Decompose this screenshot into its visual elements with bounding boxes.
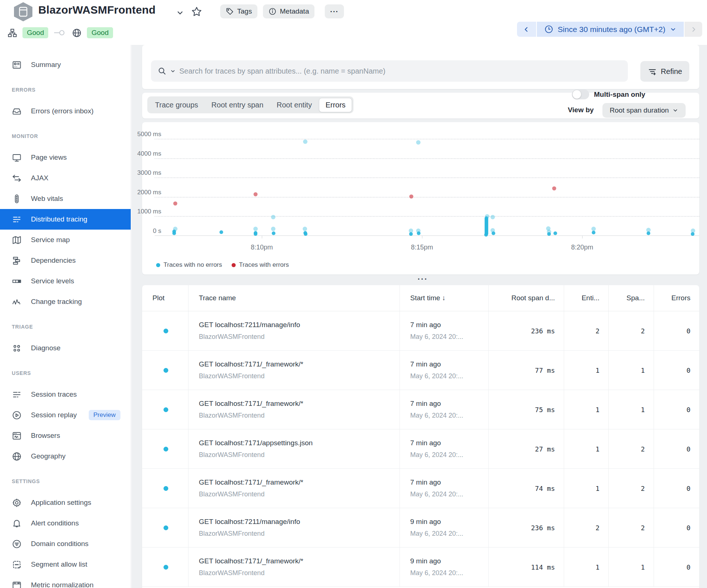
table-row[interactable]: GET localhost:7171/_framework/*BlazorWAS…: [142, 390, 699, 429]
sidebar-item-distributed-tracing[interactable]: Distributed tracing: [0, 209, 131, 230]
chart-point[interactable]: [417, 231, 421, 235]
column-header-trace-name[interactable]: Trace name: [188, 285, 400, 311]
time-prev-button[interactable]: [517, 22, 536, 37]
chart-point[interactable]: [490, 215, 495, 219]
chart-point[interactable]: [492, 231, 495, 235]
column-header-errors[interactable]: Errors: [654, 285, 699, 311]
trace-plot-dot: [163, 486, 168, 491]
trace-name[interactable]: GET localhost:7171/_framework/*: [199, 478, 391, 486]
chart-point[interactable]: [253, 227, 258, 231]
column-header-plot[interactable]: Plot: [142, 285, 188, 311]
view-by-dropdown[interactable]: Root span duration: [602, 103, 686, 118]
trace-application: BlazorWASMFrontend: [199, 530, 391, 538]
start-time-absolute: May 6, 2024 20:...: [410, 530, 479, 538]
column-header-enti-[interactable]: Enti...: [564, 285, 608, 311]
chart-point[interactable]: [691, 232, 694, 236]
sidebar-item-label: Application settings: [31, 499, 91, 507]
monitor-icon: [12, 153, 22, 163]
chart-point[interactable]: [553, 231, 557, 235]
trace-name[interactable]: GET localhost:7171/appsettings.json: [199, 439, 391, 447]
chart-point[interactable]: [271, 227, 275, 231]
tab-trace-groups[interactable]: Trace groups: [149, 98, 204, 112]
sidebar-item-page-views[interactable]: Page views: [0, 147, 131, 168]
tab-root-entity[interactable]: Root entity: [270, 98, 318, 112]
sidebar-item-service-levels[interactable]: Service levels: [0, 271, 131, 291]
chart-point[interactable]: [303, 139, 307, 144]
start-time-relative: 7 min ago: [410, 321, 479, 329]
sidebar-item-errors-inbox[interactable]: Errors (errors inbox): [0, 101, 131, 121]
favorite-star-icon[interactable]: [191, 6, 203, 18]
chart-point[interactable]: [254, 232, 257, 236]
trace-name[interactable]: GET localhost:7211/manage/info: [199, 321, 391, 329]
sidebar-item-geography[interactable]: Geography: [0, 446, 131, 467]
chart-point[interactable]: [254, 192, 258, 196]
sidebar-item-ajax[interactable]: AJAX: [0, 168, 131, 188]
table-row[interactable]: GET localhost:7211/manage/infoBlazorWASM…: [142, 311, 699, 351]
table-row[interactable]: GET localhost:7171/_framework/*BlazorWAS…: [142, 469, 699, 508]
search-mode-chevron-icon[interactable]: [170, 68, 176, 74]
column-header-spa-[interactable]: Spa...: [608, 285, 654, 311]
trace-name[interactable]: GET localhost:7211/manage/info: [199, 518, 391, 526]
time-range-button[interactable]: Since 30 minutes ago (GMT+2): [537, 22, 684, 37]
panel-resize-handle[interactable]: ···: [415, 275, 430, 283]
more-actions-button[interactable]: ···: [325, 4, 344, 18]
table-row[interactable]: GET localhost:7171/_framework/*BlazorWAS…: [142, 351, 699, 390]
root-span-duration: 114 ms: [531, 563, 555, 571]
chart-point[interactable]: [552, 187, 556, 191]
chart-point[interactable]: [547, 232, 551, 236]
chart-point[interactable]: [484, 233, 488, 237]
dots-grid-icon: [12, 343, 22, 353]
sidebar-item-browsers[interactable]: Browsers: [0, 425, 131, 446]
time-next-button[interactable]: [685, 22, 702, 37]
chart-point[interactable]: [304, 232, 307, 236]
chart-point[interactable]: [409, 195, 414, 199]
sidebar-item-label: Alert conditions: [31, 519, 79, 527]
table-cell: GET localhost:7211/manage/infoBlazorWASM…: [188, 508, 400, 547]
trace-plot-dot: [163, 368, 168, 373]
chart-point[interactable]: [271, 215, 275, 219]
sidebar-item-metric-normalization[interactable]: Metric normalization: [0, 575, 131, 588]
sidebar-item-domain-conditions[interactable]: Domain conditions: [0, 534, 131, 554]
chart-point[interactable]: [416, 140, 421, 145]
sidebar-section-settings: SETTINGS: [0, 473, 131, 489]
chart-point[interactable]: [592, 231, 595, 234]
table-row[interactable]: GET localhost:7171/appsettings.jsonBlazo…: [142, 429, 699, 469]
title-chevron-down-icon[interactable]: [176, 9, 184, 17]
multi-span-toggle[interactable]: [572, 89, 589, 99]
sidebar-item-diagnose[interactable]: Diagnose: [0, 338, 131, 358]
sidebar-item-alert-conditions[interactable]: Alert conditions: [0, 513, 131, 534]
refine-button[interactable]: Refine: [640, 61, 689, 82]
sidebar-item-web-vitals[interactable]: Web vitals: [0, 188, 131, 209]
chart-point[interactable]: [219, 230, 223, 234]
pulse-icon: [12, 297, 22, 307]
table-row[interactable]: GET localhost:7211/manage/infoBlazorWASM…: [142, 508, 699, 548]
sidebar-item-segment-allow-list[interactable]: Segment allow list: [0, 554, 131, 575]
sidebar-item-change-tracking[interactable]: Change tracking: [0, 291, 131, 312]
chart-point[interactable]: [272, 231, 275, 235]
trace-name[interactable]: GET localhost:7171/_framework/*: [199, 400, 391, 408]
tab-root-entry-span[interactable]: Root entry span: [205, 98, 270, 112]
sidebar-item-session-traces[interactable]: Session traces: [0, 384, 131, 405]
search-input[interactable]: Search for traces by span attributes... …: [151, 60, 628, 82]
chart-point[interactable]: [173, 202, 177, 206]
column-header-root-span-d-[interactable]: Root span d...: [488, 285, 564, 311]
tags-button[interactable]: Tags: [220, 4, 257, 18]
sidebar-item-service-map[interactable]: Service map: [0, 230, 131, 250]
root-span-duration: 236 ms: [531, 327, 555, 335]
tab-errors[interactable]: Errors: [319, 98, 352, 112]
x-axis-tick: [422, 235, 422, 238]
sidebar-item-summary[interactable]: Summary: [0, 54, 131, 75]
trace-name[interactable]: GET localhost:7171/_framework/*: [199, 557, 391, 565]
table-row[interactable]: GET localhost:7171/_framework/*BlazorWAS…: [142, 548, 699, 587]
column-header-start-time[interactable]: Start time ↓: [400, 285, 488, 311]
trace-name[interactable]: GET localhost:7171/_framework/*: [199, 360, 391, 368]
sidebar-item-session-replay[interactable]: Session replayPreview: [0, 405, 131, 425]
chart-point[interactable]: [409, 232, 413, 236]
chart-point[interactable]: [303, 227, 307, 231]
chart-point[interactable]: [647, 231, 650, 235]
entities-count: 1: [595, 406, 599, 414]
sidebar-item-application-settings[interactable]: Application settings: [0, 492, 131, 513]
metadata-button[interactable]: Metadata: [263, 4, 314, 18]
sidebar-item-dependencies[interactable]: Dependencies: [0, 250, 131, 271]
chart-point[interactable]: [172, 231, 176, 235]
